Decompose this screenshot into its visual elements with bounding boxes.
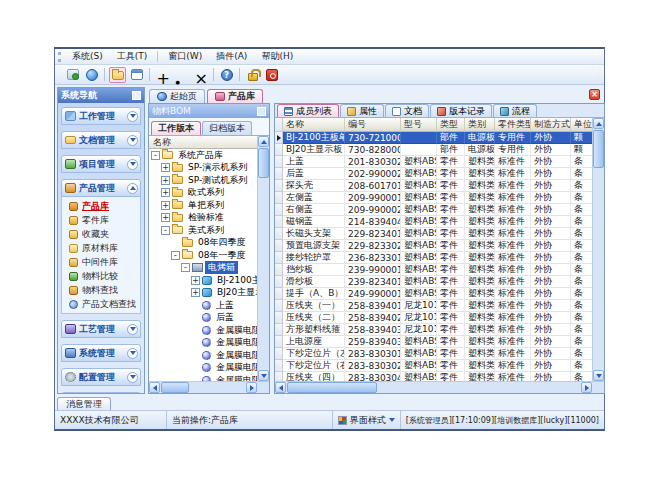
message-manager-tab[interactable]: 消息管理 (57, 397, 111, 410)
table-row[interactable]: 左侧盖209-990001-01X塑料ABS零件塑料类标准件外协条 (275, 192, 592, 204)
table-row[interactable]: 磁钢盖214-839404-01X塑料ABS零件塑料类标准件外协条 (275, 216, 592, 228)
table-row[interactable]: 下纱定位片（右）283-830302-00X塑料ABS零件塑料类标准件外协条 (275, 360, 592, 372)
table-row[interactable]: 接纱轮护罩236-823301-00X塑料ABS零件塑料类标准件外协条 (275, 252, 592, 264)
tree-node[interactable]: -电烤箱 (149, 262, 257, 275)
document-tab-2[interactable]: 产品库 (207, 89, 263, 103)
chevron-down-icon[interactable] (127, 159, 138, 170)
column-header-2[interactable]: 编号 (345, 118, 401, 132)
tree-node[interactable]: +SP-测试机系列 (149, 174, 257, 187)
expand-plus-icon[interactable]: + (161, 188, 170, 197)
table-row[interactable]: 上电源座259-839403-00X塑料ABS零件塑料类标准件外协条 (275, 336, 592, 348)
tree-node[interactable]: 上盖 (149, 299, 257, 312)
bom-panel-options-button[interactable] (257, 107, 266, 116)
tree-node[interactable]: +检验标准 (149, 212, 257, 225)
tree-node[interactable]: -美式系列 (149, 224, 257, 237)
table-row[interactable]: 方形塑料线箍258-839403-00X尼龙1010零件塑料类标准件外协条 (275, 324, 592, 336)
tree-node[interactable]: 金属膜电阻器 (149, 337, 257, 350)
doc-close-button[interactable] (192, 67, 209, 83)
tree-node[interactable]: 08年四季度 (149, 237, 257, 250)
sidebar-section-header[interactable]: 工艺管理 (61, 320, 141, 338)
sidebar-options-button[interactable] (132, 91, 141, 100)
bom-tab-2[interactable]: 归档版本 (202, 121, 252, 135)
tree-node[interactable]: 金属膜电阻器 (149, 324, 257, 337)
sidebar-item-7[interactable]: 物料查找 (62, 283, 140, 297)
tree-node[interactable]: +SP-演示机系列 (149, 162, 257, 175)
column-header-3[interactable]: 型号 (401, 118, 437, 132)
tree-node[interactable]: 金属膜电阻器 (149, 362, 257, 375)
table-row[interactable]: 长磁头支架229-823401-00X塑料ABS零件塑料类标准件外协条 (275, 228, 592, 240)
table-row[interactable]: 右侧盖209-990002-01X塑料ABS零件塑料类标准件外协条 (275, 204, 592, 216)
tree-node[interactable]: +单把系列 (149, 199, 257, 212)
expand-plus-icon[interactable]: + (191, 276, 200, 285)
globe-button[interactable] (83, 67, 100, 83)
tree-node[interactable]: -08年一季度 (149, 249, 257, 262)
sidebar-section-header[interactable]: 工作管理 (61, 107, 141, 125)
menu-item-window[interactable]: 窗口(W) (161, 49, 209, 64)
doc-refresh-button[interactable] (173, 67, 190, 83)
sidebar-item-6[interactable]: 物料比较 (62, 269, 140, 283)
collapse-minus-icon[interactable]: - (171, 251, 180, 260)
member-tab-4[interactable]: 版本记录 (430, 104, 492, 117)
sidebar-section-header[interactable]: 文档管理 (61, 131, 141, 149)
member-tab-3[interactable]: 文档 (385, 104, 429, 117)
sidebar-section-header[interactable]: 扩展功能 (61, 392, 141, 393)
column-header-5[interactable]: 类别 (465, 118, 495, 132)
scroll-right-icon[interactable] (581, 382, 592, 393)
exit-button[interactable] (263, 67, 280, 83)
sidebar-section-header[interactable]: 配置管理 (61, 368, 141, 386)
table-row[interactable]: 压线夹（四）283-830304-00X塑料ABS零件塑料类标准件外协条 (275, 372, 592, 381)
member-tab-2[interactable]: 属性 (340, 104, 384, 117)
column-header-7[interactable]: 制造方式 (531, 118, 571, 132)
help-button[interactable] (218, 67, 235, 83)
collapse-minus-icon[interactable]: - (151, 151, 160, 160)
tree-node[interactable]: -系统产品库 (149, 149, 257, 162)
tree-node[interactable]: +BJ-2100主板,单点 (149, 274, 257, 287)
chevron-down-icon[interactable] (127, 111, 138, 122)
sidebar-item-3[interactable]: 收藏夹 (62, 227, 140, 241)
expand-plus-icon[interactable]: + (191, 288, 200, 297)
bom-hscroll-thumb[interactable] (161, 382, 189, 393)
client-button[interactable] (64, 67, 81, 83)
sidebar-section-header[interactable]: 系统管理 (61, 344, 141, 362)
scroll-right-icon[interactable] (246, 382, 257, 393)
tree-node[interactable]: 后盖 (149, 312, 257, 325)
ui-style-button[interactable]: 界面样式 (333, 411, 401, 429)
tree-node[interactable]: 金属膜电阻器 (149, 374, 257, 381)
chevron-down-icon[interactable] (127, 348, 138, 359)
table-row[interactable]: BJ20主显示板730-828000-04X部件电源板专用件外协颗 (275, 144, 592, 156)
column-header-4[interactable]: 类型 (437, 118, 465, 132)
table-row[interactable]: 挡纱板239-990001-01X塑料ABS零件塑料类标准件外协条 (275, 264, 592, 276)
expand-plus-icon[interactable]: + (161, 163, 170, 172)
window-list-button[interactable] (128, 67, 145, 83)
table-row[interactable]: 探头壳208-601701-01X塑料ABS零件塑料类标准件外协条 (275, 180, 592, 192)
table-vertical-scrollbar[interactable] (592, 118, 604, 381)
table-row[interactable]: 上盖201-830302-00X塑料ABS零件塑料类标准件外协条 (275, 156, 592, 168)
scroll-up-icon[interactable] (593, 118, 604, 129)
expand-plus-icon[interactable]: + (161, 176, 170, 185)
chevron-down-icon[interactable] (127, 324, 138, 335)
sidebar-section-header[interactable]: 项目管理 (61, 155, 141, 173)
sidebar-section-header[interactable]: 产品管理 (61, 179, 141, 197)
menu-item-help[interactable]: 帮助(H) (254, 49, 300, 64)
bom-tab-1[interactable]: 工作版本 (151, 121, 201, 135)
column-header-1[interactable]: 名称 (283, 118, 345, 132)
table-hscroll-thumb[interactable] (287, 382, 377, 393)
column-header-6[interactable]: 零件类型 (495, 118, 531, 132)
sidebar-item-8[interactable]: 产品文档查找 (62, 297, 140, 311)
sidebar-item-4[interactable]: 原材料库 (62, 241, 140, 255)
bom-horizontal-scrollbar[interactable] (149, 382, 257, 393)
table-horizontal-scrollbar[interactable] (275, 382, 592, 393)
menu-item-tools[interactable]: 工具(T) (110, 49, 155, 64)
bom-vertical-scrollbar[interactable] (257, 136, 269, 381)
table-row[interactable]: 预置电源支架229-823302-00X塑料ABS零件塑料类标准件外协条 (275, 240, 592, 252)
tree-node[interactable]: +BJ20主显示板 (149, 287, 257, 300)
scroll-down-icon[interactable] (593, 370, 604, 381)
chevron-down-icon[interactable] (127, 372, 138, 383)
scroll-down-icon[interactable] (258, 370, 269, 381)
sidebar-item-5[interactable]: 中间件库 (62, 255, 140, 269)
menu-item-system[interactable]: 系统(S) (65, 49, 110, 64)
table-row[interactable]: 提手（A、B）249-990001-01X塑料ABS零件塑料类标准件外协条 (275, 288, 592, 300)
chevron-up-icon[interactable] (127, 183, 138, 194)
expand-plus-icon[interactable]: + (161, 213, 170, 222)
table-row[interactable]: 滑纱板239-823401-00X塑料ABS零件塑料类标准件外协条 (275, 276, 592, 288)
